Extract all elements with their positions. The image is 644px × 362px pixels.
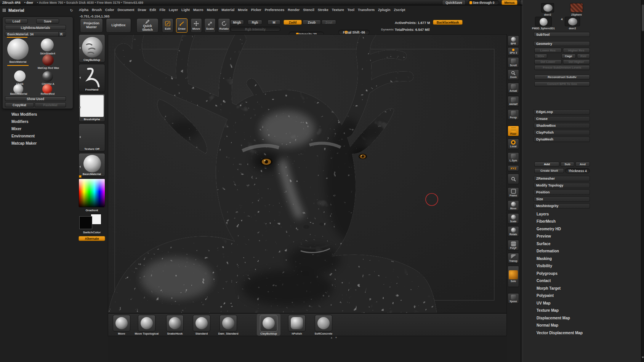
surface-section[interactable]: Surface — [533, 241, 598, 246]
stroke-thumb[interactable]: FreeHand — [78, 64, 105, 92]
shelf-material-thumb[interactable]: BasicMaterial — [78, 153, 105, 177]
menu-marker[interactable]: Marker — [207, 8, 218, 12]
menu-movie[interactable]: Movie — [238, 8, 248, 12]
tray-brush-move[interactable] — [113, 315, 130, 332]
meshintegrity-section[interactable]: MeshIntegrity — [533, 203, 590, 209]
zadd-button[interactable]: Zadd — [284, 20, 302, 25]
dynamic-label[interactable]: Dynamic — [381, 28, 394, 31]
lightbox-button[interactable]: LightBox — [106, 18, 131, 33]
shelf-rotate-button[interactable]: Rotate — [508, 226, 519, 237]
menu-material[interactable]: Material — [221, 8, 234, 12]
material-thumb-matcap-red-wax[interactable] — [42, 54, 54, 66]
dynamesh-section[interactable]: DynaMesh — [533, 137, 590, 142]
menu-draw[interactable]: Draw — [138, 8, 146, 12]
show-used-button[interactable]: Show Used — [5, 96, 66, 101]
rstr-button[interactable]: Rstr — [577, 54, 590, 59]
collapse-arrow-icon[interactable] — [79, 136, 81, 138]
deformation-section[interactable]: Deformation — [533, 248, 598, 254]
contact-section[interactable]: Contact — [533, 278, 598, 283]
material-thumb-basicmaterial[interactable] — [7, 38, 29, 60]
draw-button[interactable]: Draw — [176, 18, 187, 33]
menu-document[interactable]: Document — [118, 8, 135, 12]
material-thumb-chrome-a[interactable] — [42, 71, 53, 82]
shadowbox-section[interactable]: ShadowBox — [533, 123, 590, 128]
rgb-button[interactable]: Rgb — [248, 20, 262, 25]
zsub-button[interactable]: Zsub — [303, 20, 321, 25]
panel-scrollbar[interactable] — [641, 0, 644, 362]
current-tool-thumb[interactable] — [541, 3, 554, 13]
menu-preferences[interactable]: Preferences — [265, 8, 285, 12]
rgb-intensity-slider[interactable]: Rgb Intensity — [230, 27, 280, 32]
scroll-button[interactable]: Scroll — [508, 57, 519, 68]
edgeloop-section[interactable]: EdgeLoop — [533, 109, 590, 115]
backfacemask-button[interactable]: BackfaceMask — [433, 20, 463, 25]
persp-button[interactable]: Persp — [508, 109, 519, 120]
frame-button[interactable]: Frame — [508, 187, 519, 198]
zsphere-tool-thumb[interactable] — [570, 3, 583, 13]
del-lower-button[interactable]: Del Lower — [534, 59, 562, 64]
lower-res-button[interactable]: Lower Res — [534, 48, 562, 53]
material-r-button[interactable]: R — [58, 32, 64, 37]
local-button[interactable]: Local — [508, 139, 519, 149]
rotate-button[interactable]: Rotate — [218, 18, 230, 33]
xpose-button[interactable]: Xpose — [508, 293, 519, 304]
material-thumb-chalk[interactable] — [14, 70, 26, 82]
tray-collapse-down-icon[interactable]: ▼ — [335, 336, 337, 339]
menu-edit[interactable]: Edit — [150, 8, 156, 12]
layers-section[interactable]: Layers — [533, 211, 598, 217]
menu-tool[interactable]: Tool — [348, 8, 354, 12]
mrgb-button[interactable]: Mrgb — [230, 20, 244, 25]
transp-button[interactable]: Transp — [508, 253, 519, 263]
section-matcap-maker[interactable]: Matcap Maker — [2, 140, 73, 146]
edit-button[interactable]: Edit — [162, 18, 173, 33]
vector-displacement-map-section[interactable]: Vector Displacement Map — [533, 330, 598, 335]
menu-macro[interactable]: Macro — [193, 8, 203, 12]
alternate-button[interactable]: Alternate — [78, 236, 105, 241]
scrollbar-up-icon[interactable] — [642, 1, 644, 5]
morph-target-section[interactable]: Morph Target — [533, 285, 598, 291]
size-section[interactable]: Size — [533, 196, 590, 202]
palette-grid-icon[interactable] — [2, 8, 6, 12]
menu-render[interactable]: Render — [288, 8, 300, 12]
thickness-slider[interactable]: Thickness 4 — [565, 168, 590, 173]
collapse-arrow-icon[interactable] — [79, 47, 81, 49]
collapse-arrow-icon[interactable] — [79, 106, 81, 108]
claypolish-section[interactable]: ClayPolish — [533, 130, 590, 135]
tray-brush-standard[interactable] — [193, 315, 210, 332]
higher-res-button[interactable]: Higher Res — [563, 48, 590, 53]
reconstruct-subdiv-button[interactable]: Reconstruct Subdiv — [534, 75, 590, 80]
tray-brush-move-topological[interactable] — [138, 315, 155, 332]
actual-button[interactable]: Actual — [508, 83, 519, 93]
shelf-scale-button[interactable]: Scale — [508, 213, 519, 224]
geometry-hd-section[interactable]: Geometry HD — [533, 226, 598, 231]
section-wax-modifiers[interactable]: Wax Modifiers — [2, 111, 73, 117]
current-brush-thumb[interactable]: ClayBuildup — [78, 34, 105, 62]
shelf-move-button[interactable]: Move — [508, 200, 519, 211]
add-button[interactable]: Add — [534, 162, 559, 167]
freeze-subdivision-button[interactable]: Freeze SubDivision Levels — [534, 65, 590, 70]
scrollbar-down-icon[interactable] — [642, 358, 644, 362]
alpha-thumb[interactable]: BrushAlpha — [78, 94, 105, 122]
tray-brush-claybuildup[interactable] — [260, 315, 277, 332]
lightbox-materials-button[interactable]: Lightbox▸Materials — [5, 25, 66, 30]
m-button[interactable]: M — [268, 20, 280, 25]
sub-button[interactable]: Sub — [561, 162, 574, 167]
polyf-button[interactable]: PolyF — [508, 240, 519, 250]
menu-stencil[interactable]: Stencil — [303, 8, 314, 12]
menu-transform[interactable]: Transform — [358, 8, 375, 12]
switchcolor-label[interactable]: SwitchColor — [78, 231, 105, 234]
menu-light[interactable]: Light — [181, 8, 190, 12]
modify-topology-section[interactable]: Modify Topology — [533, 183, 590, 188]
masking-section[interactable]: Masking — [533, 256, 598, 261]
scale-button[interactable]: Scale — [204, 18, 216, 33]
solo-button[interactable]: Solo — [508, 266, 519, 287]
polygroups-section[interactable]: Polygroups — [533, 271, 598, 276]
collapse-arrow-icon[interactable] — [79, 166, 81, 168]
current-material-button[interactable]: BasicMaterial. 34 — [5, 32, 66, 37]
floor-button[interactable]: Floor — [508, 126, 519, 136]
copymat-button[interactable]: CopyMat — [5, 102, 34, 107]
menu-zscript[interactable]: Zscript — [394, 8, 405, 12]
sdiv-slider[interactable]: SDiv — [534, 54, 547, 59]
preview-section[interactable]: Preview — [533, 233, 598, 239]
subtool-section-header[interactable]: SubTool — [533, 32, 590, 37]
